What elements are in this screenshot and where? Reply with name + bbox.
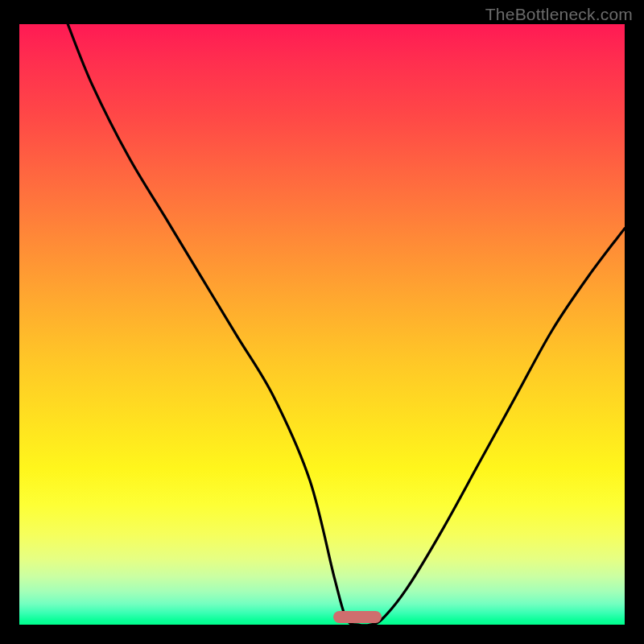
curve-path [68,24,625,625]
watermark-text: TheBottleneck.com [485,5,633,24]
plot-area [19,24,625,625]
minimum-marker [333,611,382,623]
chart-frame: TheBottleneck.com [0,0,644,644]
bottleneck-curve [19,24,625,625]
